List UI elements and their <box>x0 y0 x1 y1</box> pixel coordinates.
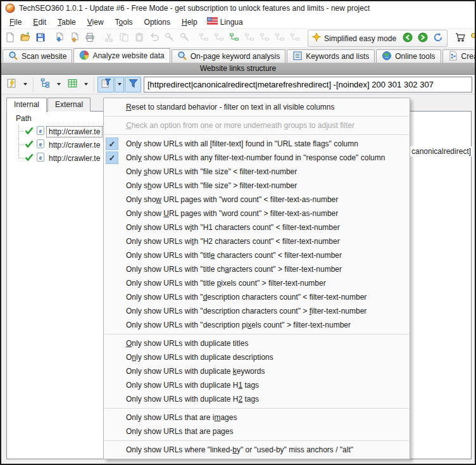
menu-item-reset-to-standard-behavior-filter-on-text-in-all[interactable]: Reset to standard behavior - filter on t… <box>104 100 410 114</box>
menu-separator <box>104 440 409 441</box>
menu-item-only-show-urls-with-file-size-filter-text-number[interactable]: Only show URLs with "file size" > filter… <box>104 179 410 193</box>
url-label: http://crawler.te <box>47 140 102 150</box>
filter-page-dropdown-button[interactable] <box>115 77 124 92</box>
menu-options[interactable]: Options <box>139 16 176 28</box>
print-button[interactable] <box>82 31 97 46</box>
menu-item-only-show-urls-with-duplicate-h2-tags[interactable]: Only show URLs with duplicate H2 tags <box>104 392 410 406</box>
title-bar: TechSEO360 1.0.1 - Update #6 - Free Mode… <box>1 1 475 15</box>
menu-item-only-show-urls-with-title-pixels-count-filter-te[interactable]: Only show URLs with "title pixels count"… <box>104 276 410 290</box>
tree-node-icon <box>290 32 300 44</box>
tree-node-green-button[interactable] <box>227 31 242 46</box>
tree-view-icon <box>40 78 51 91</box>
menu-item-only-show-urls-with-any-filter-text-number-found[interactable]: ✓Only show URLs with any filter-text-num… <box>104 151 410 165</box>
tab-online-tools[interactable]: Online tools <box>376 49 441 63</box>
menu-item-only-show-urls-where-linked-by-or-used-by-miss-a[interactable]: Only show URLs where "linked-by" or "use… <box>104 443 410 457</box>
refresh-icon <box>433 32 443 44</box>
tab-scan-website[interactable]: Scan website <box>3 49 72 63</box>
menu-item-label: Only show URLs with duplicate keywords <box>120 367 265 376</box>
menu-item-only-show-urls-with-h2-characters-count-filter-t[interactable]: Only show URLs with "H2 characters count… <box>104 234 410 248</box>
subtab-external[interactable]: External <box>47 98 91 111</box>
menu-item-gutter <box>104 378 120 392</box>
menu-item-label: Only show URLs with "description charact… <box>120 307 366 315</box>
gold-key-button[interactable] <box>468 31 475 46</box>
edit-flash-icon <box>6 78 17 91</box>
menu-item-only-show-urls-with-file-size-filter-text-number[interactable]: Only show URLs with "file size" < filter… <box>104 165 410 179</box>
menu-item-only-show-urls-with-duplicate-keywords[interactable]: Only show URLs with duplicate keywords <box>104 364 410 378</box>
menu-item-gutter <box>104 193 120 207</box>
menu-item-only-show-urls-that-are-pages[interactable]: Only show URLs that are pages <box>104 424 410 438</box>
edit-flash-button[interactable] <box>3 77 20 92</box>
tab-create-sitemap[interactable]: Create sitemap <box>442 49 475 63</box>
tab-on-page-keyword-analysis[interactable]: On-page keyword analysis <box>172 49 285 63</box>
menu-file[interactable]: File <box>4 16 27 28</box>
menu-item-only-show-urls-with-title-characters-count-filte[interactable]: Only show URLs with "title characters co… <box>104 248 410 262</box>
tree-view-dropdown-button[interactable] <box>54 77 63 92</box>
subtab-internal[interactable]: Internal <box>6 98 47 112</box>
tree-node-button <box>287 31 303 46</box>
export-data-button[interactable] <box>67 31 82 46</box>
filter-page-button[interactable] <box>97 77 114 92</box>
menu-item-only-show-urls-with-duplicate-titles[interactable]: Only show URLs with duplicate titles <box>104 336 410 350</box>
menu-table[interactable]: Table <box>52 16 82 28</box>
menu-item-only-show-urls-with-duplicate-h1-tags[interactable]: Only show URLs with duplicate H1 tags <box>104 378 410 392</box>
menu-item-label: Only show URLs with "description pixels … <box>120 321 351 329</box>
grid-view-dropdown-button[interactable] <box>81 77 91 92</box>
menu-item-gutter <box>104 179 120 193</box>
status-check-icon <box>24 152 35 164</box>
toolbar-group <box>196 31 303 46</box>
menu-item-label: Only show URLs with duplicate H2 tags <box>120 395 259 404</box>
filter-funnel-button[interactable] <box>125 77 141 92</box>
menu-separator <box>104 134 409 135</box>
undo-icon <box>149 32 160 44</box>
menu-item-only-show-urls-with-title-characters-count-filte[interactable]: Only show URLs with "title characters co… <box>104 262 410 276</box>
menu-item-gutter <box>104 392 120 406</box>
menu-lingua[interactable]: Lingua <box>203 16 247 28</box>
back-button[interactable] <box>400 31 415 46</box>
tree-view-button[interactable] <box>37 77 53 92</box>
menu-item-check-an-option-from-one-or-more-underneath-grou: Check an option from one or more underne… <box>104 118 410 132</box>
menu-item-gutter <box>104 165 120 179</box>
refresh-button[interactable] <box>430 31 446 46</box>
menu-view[interactable]: View <box>82 16 110 28</box>
clipped-url-fragment: canonicalredirect] <box>410 146 472 156</box>
menu-item-label: Only show URLs with duplicate titles <box>120 339 248 348</box>
copy-button <box>116 31 132 46</box>
tree-node-button <box>257 31 272 46</box>
simplified-easy-mode-button[interactable]: Simplified easy mode <box>310 31 400 46</box>
forward-button[interactable] <box>415 31 430 46</box>
menu-item-only-show-urls-with-description-characters-count[interactable]: Only show URLs with "description charact… <box>104 290 410 304</box>
menu-item-label: Only show URLs with duplicate H1 tags <box>120 381 259 390</box>
filter-text-input[interactable] <box>144 77 472 92</box>
menu-item-only-show-urls-with-description-pixels-count-fil[interactable]: Only show URLs with "description pixels … <box>104 318 410 332</box>
grid-view-button[interactable] <box>64 77 80 92</box>
menu-item-only-show-url-pages-with-word-count-filter-text-[interactable]: Only show URL pages with "word count" > … <box>104 207 410 220</box>
menu-tools[interactable]: Tools <box>110 16 139 28</box>
menu-item-only-show-urls-with-description-characters-count[interactable]: Only show URLs with "description charact… <box>104 304 410 318</box>
edit-flash-dropdown-button[interactable] <box>20 77 30 92</box>
save-button[interactable] <box>33 31 48 46</box>
menu-item-gutter <box>104 276 120 290</box>
menu-item-label: Only show URLs with any filter-text-numb… <box>120 153 385 162</box>
menu-item-only-show-url-pages-with-word-count-filter-text-[interactable]: Only show URL pages with "word count" < … <box>104 193 410 207</box>
cart-icon <box>455 32 465 44</box>
cut-button <box>101 31 116 46</box>
filter-page-icon <box>101 78 111 91</box>
new-document-button[interactable] <box>3 31 18 46</box>
menu-item-only-show-urls-with-all-filter-text-found-in-url[interactable]: ✓Only show URLs with all [filter-text] f… <box>104 137 410 151</box>
list-icon <box>292 51 303 63</box>
window-title: TechSEO360 1.0.1 - Update #6 - Free Mode… <box>19 4 370 13</box>
svg-text:e: e <box>39 127 42 134</box>
menu-item-only-show-urls-that-are-images[interactable]: Only show URLs that are images <box>104 411 410 424</box>
toolbar-group: Simplified easy mode <box>308 30 448 47</box>
menu-item-only-show-urls-with-duplicate-descriptions[interactable]: Only show URLs with duplicate descriptio… <box>104 350 410 364</box>
tab-analyze-website-data[interactable]: Analyze website data <box>73 48 170 63</box>
menu-help[interactable]: Help <box>176 16 203 28</box>
open-folder-button[interactable] <box>18 31 33 46</box>
menu-edit[interactable]: Edit <box>27 16 52 28</box>
new-document-icon <box>5 32 15 44</box>
toolbar-group <box>453 31 475 46</box>
menu-item-only-show-urls-with-h1-characters-count-filter-t[interactable]: Only show URLs with "H1 characters count… <box>104 220 410 234</box>
import-data-button[interactable] <box>52 31 67 46</box>
tab-keywords-and-lists[interactable]: Keywords and lists <box>287 49 375 63</box>
cart-button[interactable] <box>453 31 468 46</box>
